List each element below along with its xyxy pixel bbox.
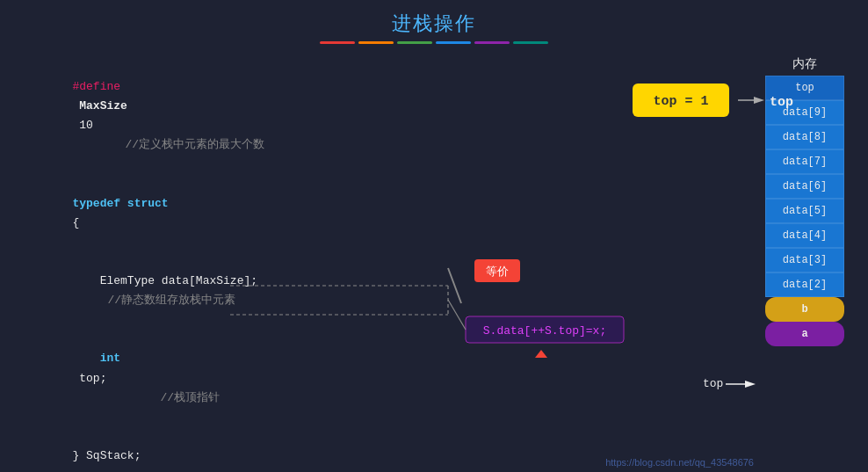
memory-panel: 内存 top data[9] data[8] data[7] data[6]	[745, 49, 868, 472]
underline-1	[320, 41, 355, 44]
elemtype-text: ElemType data[MaxSize];	[72, 274, 257, 287]
comment-3: //静态数组存放栈中元素	[107, 294, 235, 307]
underline-4	[436, 41, 471, 44]
int-keyword: int	[72, 352, 120, 365]
underline-3	[397, 41, 432, 44]
stack-cell-a-label: a	[801, 328, 807, 340]
title-underline	[0, 41, 868, 44]
stack-cell-data7-label: data[7]	[783, 156, 827, 168]
underline-6	[513, 41, 548, 44]
stack-cell-data8: data[8]	[765, 125, 844, 149]
underline-5	[474, 41, 510, 44]
stack-cell-data9-label: data[9]	[783, 106, 827, 119]
underline-2	[358, 41, 394, 44]
code-line-3: ElemType data[MaxSize]; //静态数组存放栈中元素	[18, 252, 727, 330]
define-keyword: #define	[72, 80, 120, 93]
stack-cell-data6-label: data[6]	[783, 180, 827, 192]
stack-cell-b: b	[765, 297, 844, 322]
code-line-2: typedef struct {	[18, 175, 727, 252]
main-container: 进栈操作 #define MaxSize 10 //定义栈中元素的最大个数	[0, 0, 868, 472]
stack-cell-data3: data[3]	[765, 248, 844, 272]
stack-cell-data3-label: data[3]	[783, 254, 827, 266]
memory-title: 内存	[792, 56, 817, 72]
comment-4: //栈顶指针	[160, 391, 220, 404]
code-section: #define MaxSize 10 //定义栈中元素的最大个数 typedef…	[0, 49, 745, 472]
page-title: 进栈操作	[0, 11, 868, 37]
stack-cell-data2: data[2]	[765, 272, 844, 297]
title-area: 进栈操作	[0, 0, 868, 49]
code-line-4: int top; //栈顶指针	[18, 330, 727, 426]
watermark: https://blog.csdn.net/qq_43548676	[605, 457, 754, 468]
maxsize-label: MaxSize	[72, 99, 127, 113]
stack-cell-data6: data[6]	[765, 174, 844, 199]
maxsize-value: 10	[72, 119, 92, 132]
stack-cell-data4-label: data[4]	[783, 229, 827, 242]
stack-cell-top-label: top	[795, 82, 814, 94]
content-area: #define MaxSize 10 //定义栈中元素的最大个数 typedef…	[0, 49, 868, 472]
stack-cell-data8-label: data[8]	[783, 131, 827, 143]
stack-cell-data4: data[4]	[765, 223, 844, 248]
comment-1: //定义栈中元素的最大个数	[125, 138, 264, 151]
stack-cell-data9: data[9]	[765, 100, 844, 125]
stack-cell-data5: data[5]	[765, 199, 844, 223]
stack-cell-data7: data[7]	[765, 149, 844, 174]
stack-cell-data2-label: data[2]	[783, 279, 827, 291]
typedef-keyword: typedef struct	[72, 197, 168, 210]
code-line-1: #define MaxSize 10 //定义栈中元素的最大个数	[18, 58, 727, 175]
memory-stack: top data[9] data[8] data[7] data[6] data…	[765, 76, 844, 346]
stack-cell-top: top	[765, 76, 844, 100]
brace-open: {	[72, 216, 79, 229]
top-var: top;	[72, 372, 106, 385]
stack-cell-data5-label: data[5]	[783, 205, 827, 217]
stack-cell-a: a	[765, 322, 844, 346]
sqstack-text: } SqStack;	[72, 449, 141, 462]
stack-cell-b-label: b	[801, 303, 807, 316]
